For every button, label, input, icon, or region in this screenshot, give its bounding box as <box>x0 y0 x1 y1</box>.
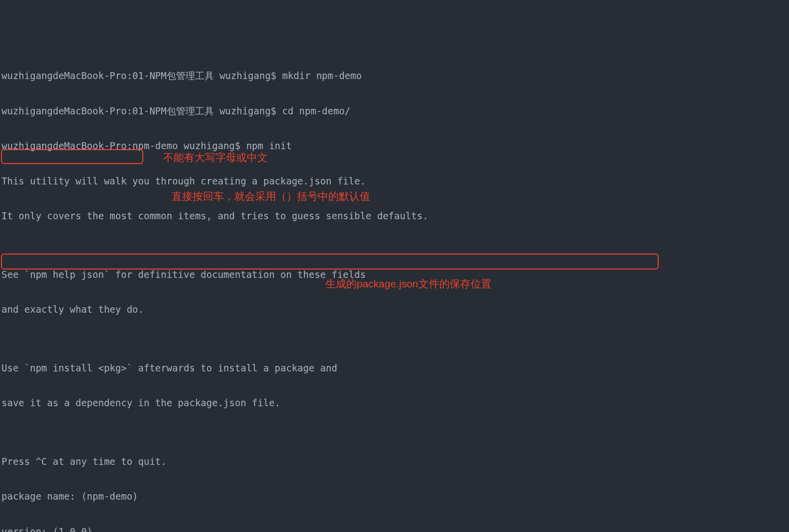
terminal-line: It only covers the most common items, an… <box>1 210 788 222</box>
terminal-prompt-version: version: (1.0.0) <box>1 526 788 532</box>
terminal-line: wuzhigangdeMacBook-Pro:01-NPM包管理工具 wuzhi… <box>1 105 788 117</box>
terminal-line: Use `npm install <pkg>` afterwards to in… <box>1 362 788 374</box>
terminal-prompt-package-name: package name: (npm-demo) <box>1 491 788 503</box>
annotation-press-enter: 直接按回车，就会采用（）括号中的默认值 <box>172 190 370 202</box>
annotation-no-uppercase: 不能有大写字母或中文 <box>163 152 268 164</box>
terminal-line: wuzhigangdeMacBook-Pro:01-NPM包管理工具 wuzhi… <box>1 70 788 82</box>
terminal-line: This utility will walk you through creat… <box>1 176 788 187</box>
highlight-box-package-name <box>1 149 143 164</box>
annotation-save-location: 生成的package.json文件的保存位置 <box>325 278 492 290</box>
terminal-line: and exactly what they do. <box>1 304 788 316</box>
terminal-line: Press ^C at any time to quit. <box>1 456 788 468</box>
highlight-box-write-path <box>1 254 659 269</box>
terminal-line: save it as a dependency in the package.j… <box>1 397 788 409</box>
